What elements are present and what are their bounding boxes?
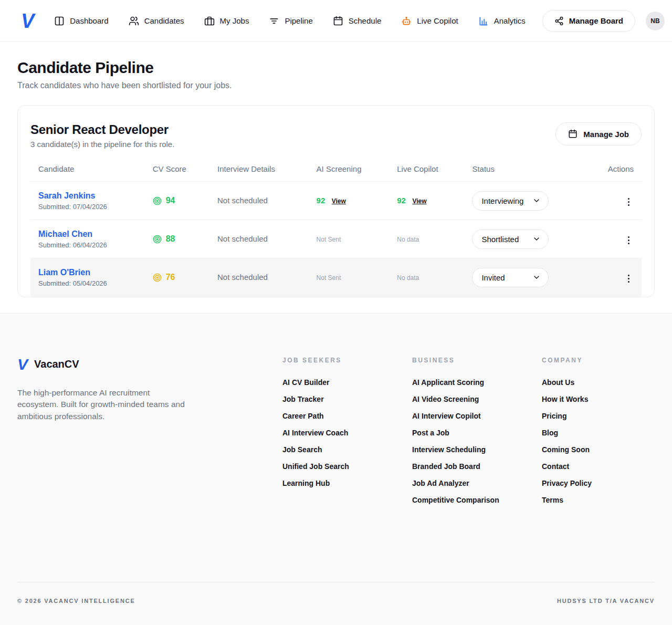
nav-candidates[interactable]: Candidates [129, 16, 184, 26]
col-header-candidate: Candidate [30, 161, 145, 182]
footer-link[interactable]: Learning Hub [282, 479, 412, 488]
live-copilot-view-link[interactable]: View [412, 197, 426, 205]
job-pipeline-card: Senior React Developer 3 candidate(s) in… [17, 105, 655, 297]
footer-link[interactable]: How it Works [542, 395, 671, 404]
footer-link[interactable]: Pricing [542, 412, 671, 421]
footer-link[interactable]: Post a Job [412, 429, 542, 438]
footer-link[interactable]: Privacy Policy [542, 479, 671, 488]
footer-link[interactable]: Unified Job Search [282, 462, 412, 471]
row-actions-button[interactable] [624, 195, 634, 209]
footer-description: The high-performance AI recruitment ecos… [17, 387, 185, 423]
candidate-submitted-date: Submitted: 05/04/2026 [38, 279, 137, 287]
users-icon [129, 16, 139, 26]
candidate-name-link[interactable]: Sarah Jenkins [38, 191, 96, 201]
candidate-name-link[interactable]: Michael Chen [38, 230, 92, 239]
footer-link[interactable]: Contact [542, 462, 671, 471]
status-dropdown[interactable]: Shortlisted [472, 230, 549, 249]
nav-schedule[interactable]: Schedule [333, 16, 382, 26]
main-nav: Dashboard Candidates My Jobs Pipeline Sc… [54, 16, 526, 26]
chevron-down-icon [532, 273, 541, 282]
candidate-submitted-date: Submitted: 06/04/2026 [38, 241, 137, 249]
footer-column-heading: BUSINESS [412, 357, 542, 364]
footer-link[interactable]: Competitive Comparison [412, 496, 542, 505]
page-title: Candidate Pipeline [17, 59, 655, 77]
bar-chart-icon [478, 16, 489, 26]
footer-link[interactable]: AI Interview Copilot [412, 412, 542, 421]
ai-screening-status: Not Sent [317, 236, 341, 243]
status-selected-value: Interviewing [481, 196, 523, 205]
cv-score-value: 94 [166, 196, 175, 205]
footer-link[interactable]: Blog [542, 429, 671, 438]
footer-link[interactable]: Job Tracker [282, 395, 412, 404]
job-title: Senior React Developer [30, 122, 174, 137]
row-actions-button[interactable] [624, 233, 634, 247]
footer-link[interactable]: AI Interview Coach [282, 429, 412, 438]
live-copilot-status: No data [397, 274, 419, 282]
nav-my-jobs[interactable]: My Jobs [204, 16, 249, 26]
footer-link[interactable]: Job Ad Analyzer [412, 479, 542, 488]
footer-column-heading: COMPANY [542, 357, 671, 364]
col-header-actions: Actions [596, 161, 642, 182]
col-header-interview: Interview Details [209, 161, 309, 182]
target-icon [153, 235, 162, 244]
robot-icon [401, 16, 412, 26]
nav-label: Analytics [494, 16, 526, 25]
job-candidate-count: 3 candidate(s) in the pipeline for this … [30, 140, 174, 149]
footer-link[interactable]: Coming Soon [542, 445, 671, 454]
footer-link[interactable]: AI CV Builder [282, 378, 412, 387]
row-actions-button[interactable] [624, 272, 634, 286]
nav-label: Live Copilot [417, 16, 458, 25]
footer-link[interactable]: AI Applicant Scoring [412, 378, 542, 387]
calendar-icon [568, 129, 578, 139]
page-subtitle: Track candidates who have been shortlist… [17, 81, 655, 90]
col-header-ai-screening: AI Screening [309, 161, 390, 182]
live-copilot-status: No data [397, 236, 419, 243]
target-icon [153, 196, 162, 205]
col-header-live-copilot: Live Copilot [389, 161, 464, 182]
chevron-down-icon [532, 196, 541, 205]
nav-pipeline[interactable]: Pipeline [269, 16, 312, 26]
status-selected-value: Invited [481, 273, 505, 282]
nav-label: Candidates [144, 16, 184, 25]
ai-screening-view-link[interactable]: View [332, 197, 346, 205]
footer-link[interactable]: About Us [542, 378, 671, 387]
footer-brand-name: VacanCV [34, 358, 79, 370]
nav-live-copilot[interactable]: Live Copilot [401, 16, 458, 26]
cv-score-value: 76 [166, 273, 175, 282]
vacancv-footer-logo: V [17, 357, 27, 372]
interview-details: Not scheduled [217, 234, 268, 243]
vacancv-logo[interactable]: V [21, 11, 37, 31]
candidate-name-link[interactable]: Liam O'Brien [38, 268, 90, 277]
footer-link[interactable]: Career Path [282, 412, 412, 421]
footer-link[interactable]: Branded Job Board [412, 462, 542, 471]
table-row: Michael Chen Submitted: 06/04/2026 88 No… [30, 220, 642, 258]
ai-screening-score: 92 [317, 196, 326, 205]
nav-analytics[interactable]: Analytics [478, 16, 526, 26]
ai-screening-status: Not Sent [317, 274, 341, 282]
manage-board-label: Manage Board [569, 16, 623, 25]
manage-job-button[interactable]: Manage Job [555, 122, 642, 145]
footer-column-job-seekers: JOB SEEKERS AI CV Builder Job Tracker Ca… [282, 357, 412, 513]
company-legal-text: HUDSYS LTD T/A VACANCV [557, 598, 655, 604]
briefcase-icon [204, 16, 215, 26]
status-dropdown[interactable]: Interviewing [472, 191, 549, 211]
status-dropdown[interactable]: Invited [472, 268, 549, 287]
col-header-cv-score: CV Score [145, 161, 209, 182]
footer-column-business: BUSINESS AI Applicant Scoring AI Video S… [412, 357, 542, 513]
footer-link[interactable]: Terms [542, 496, 671, 505]
manage-board-button[interactable]: Manage Board [542, 10, 635, 32]
chevron-down-icon [532, 235, 541, 243]
interview-details: Not scheduled [217, 273, 268, 282]
page-footer: V VacanCV The high-performance AI recrui… [0, 313, 672, 625]
cv-score-value: 88 [166, 234, 175, 244]
user-avatar[interactable]: NB [646, 12, 665, 30]
filter-lines-icon [269, 16, 279, 26]
table-row: Liam O'Brien Submitted: 05/04/2026 76 No… [30, 258, 642, 297]
nav-dashboard[interactable]: Dashboard [54, 16, 108, 26]
footer-link[interactable]: AI Video Screening [412, 395, 542, 404]
manage-job-label: Manage Job [583, 130, 629, 139]
footer-link[interactable]: Interview Scheduling [412, 445, 542, 454]
top-nav: V Dashboard Candidates My Jobs Pipeline [0, 0, 672, 42]
candidates-table: Candidate CV Score Interview Details AI … [30, 161, 642, 297]
footer-link[interactable]: Job Search [282, 445, 412, 454]
